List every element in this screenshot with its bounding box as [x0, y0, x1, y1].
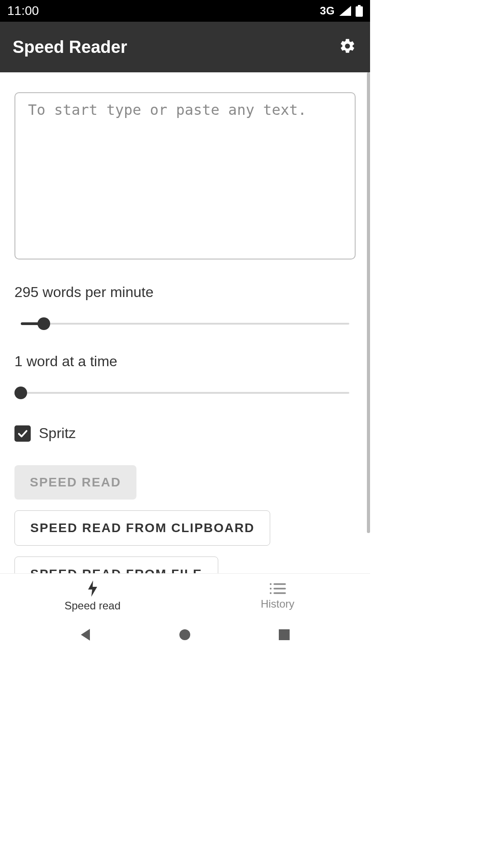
- spritz-label: Spritz: [39, 425, 76, 442]
- wpm-slider-block: 295 words per minute: [14, 284, 356, 330]
- wpm-slider[interactable]: [21, 317, 349, 330]
- main-content: 295 words per minute 1 word at a time Sp…: [0, 72, 370, 573]
- svg-point-2: [270, 583, 272, 585]
- status-right: 3G: [320, 5, 363, 17]
- settings-button[interactable]: [338, 37, 357, 57]
- app-title: Speed Reader: [13, 38, 127, 57]
- app-bar: Speed Reader: [0, 22, 370, 72]
- check-icon: [16, 427, 29, 440]
- status-bar: 11:00 3G: [0, 0, 370, 22]
- nav-history-label: History: [261, 598, 295, 610]
- svg-point-4: [270, 588, 272, 590]
- scrollbar-thumb[interactable]: [367, 72, 370, 533]
- slider-thumb[interactable]: [14, 387, 27, 399]
- battery-icon: [356, 5, 363, 17]
- svg-rect-1: [356, 6, 363, 17]
- speed-read-button: SPEED READ: [14, 465, 136, 500]
- slider-thumb[interactable]: [38, 317, 50, 330]
- status-time: 11:00: [7, 4, 39, 18]
- recent-icon: [278, 629, 290, 642]
- signal-icon: [339, 6, 351, 16]
- system-nav: [0, 618, 370, 652]
- spritz-checkbox[interactable]: [14, 425, 31, 442]
- slider-track: [21, 323, 349, 325]
- words-slider[interactable]: [21, 386, 349, 400]
- nav-history[interactable]: History: [185, 574, 371, 618]
- back-icon: [79, 628, 93, 643]
- list-icon: [269, 582, 286, 595]
- svg-point-8: [179, 629, 190, 640]
- nav-speed-read[interactable]: Speed read: [0, 574, 185, 618]
- slider-track: [21, 392, 349, 394]
- gear-icon: [339, 38, 356, 57]
- scrollbar-track[interactable]: [367, 72, 370, 573]
- words-label: 1 word at a time: [14, 353, 356, 370]
- spritz-checkbox-row[interactable]: Spritz: [14, 425, 356, 442]
- svg-rect-0: [358, 5, 361, 6]
- home-button[interactable]: [176, 627, 194, 645]
- home-icon: [178, 628, 191, 643]
- recent-button[interactable]: [275, 627, 293, 645]
- bolt-icon: [87, 580, 99, 597]
- svg-point-6: [270, 592, 272, 594]
- speed-read-file-button[interactable]: SPEED READ FROM FILE: [14, 557, 218, 573]
- bottom-nav: Speed read History: [0, 573, 370, 618]
- wpm-label: 295 words per minute: [14, 284, 356, 301]
- speed-read-clipboard-button[interactable]: SPEED READ FROM CLIPBOARD: [14, 510, 270, 546]
- back-button[interactable]: [77, 627, 95, 645]
- svg-rect-9: [279, 629, 290, 640]
- nav-speed-read-label: Speed read: [65, 599, 121, 612]
- words-slider-block: 1 word at a time: [14, 353, 356, 400]
- button-column: SPEED READ SPEED READ FROM CLIPBOARD SPE…: [14, 465, 356, 573]
- network-label: 3G: [320, 5, 335, 17]
- text-input[interactable]: [14, 92, 356, 259]
